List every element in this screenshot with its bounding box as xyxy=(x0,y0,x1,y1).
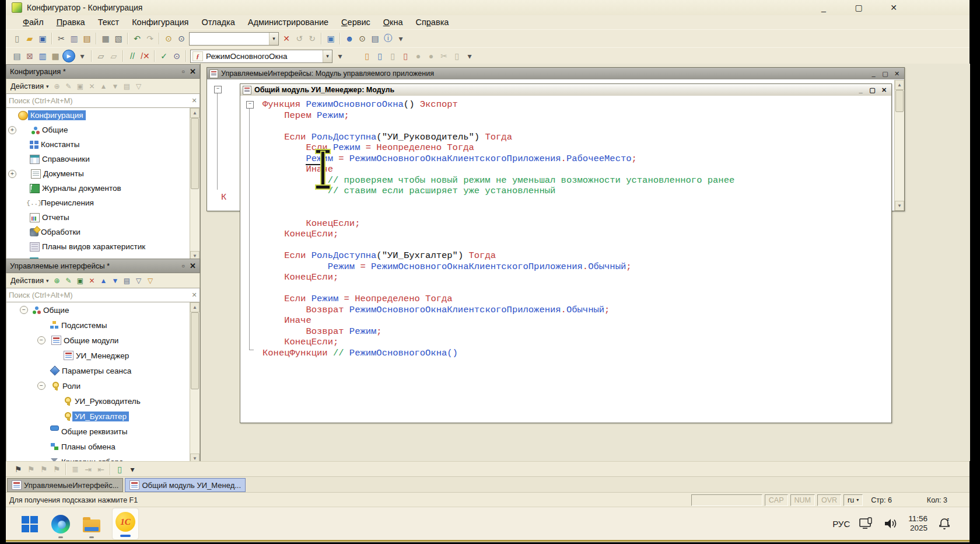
clear-search-icon[interactable]: ✕ xyxy=(189,291,200,299)
managed-panel-header[interactable]: Управляемые интерфейсы * ○ ✕ xyxy=(6,259,200,273)
scroll-up-icon[interactable]: ▲ xyxy=(895,80,904,90)
edge-browser-button[interactable] xyxy=(51,514,71,534)
syntax-check-icon[interactable]: ✓ xyxy=(158,50,170,62)
expand-icon[interactable]: + xyxy=(8,170,16,178)
about-icon[interactable]: ⓘ xyxy=(382,32,394,45)
move-up-icon[interactable]: ▲ xyxy=(98,275,110,287)
delete-icon[interactable]: ✕ xyxy=(86,275,98,287)
goto-line-icon[interactable]: ⊙ xyxy=(170,50,183,62)
collapse-icon[interactable]: − xyxy=(20,306,28,314)
search-combobox[interactable]: ▾ xyxy=(189,32,279,46)
toolbar2-overflow-icon[interactable]: ▾ xyxy=(463,50,476,62)
clear-search-icon[interactable]: ✕ xyxy=(189,97,200,104)
close-icon[interactable]: ✕ xyxy=(892,69,902,78)
edit-icon[interactable]: ✎ xyxy=(63,275,75,287)
close-panel-icon[interactable]: ✕ xyxy=(190,261,196,270)
file-explorer-button[interactable] xyxy=(82,514,102,534)
notification-bell-icon[interactable]: z xyxy=(937,517,952,531)
scrollbar-thumb[interactable] xyxy=(895,90,904,112)
tree-item-configuration-root[interactable]: Конфигурация xyxy=(6,108,200,123)
menu-item-file[interactable]: Файл xyxy=(16,16,50,28)
menu-item-administration[interactable]: Администрирование xyxy=(242,16,335,28)
close-icon[interactable]: ✕ xyxy=(879,86,889,95)
tree-item-common-modules[interactable]: −Общие модули xyxy=(6,333,200,348)
clear-filter-icon[interactable]: ▽ xyxy=(145,275,156,287)
new-document-icon[interactable]: ▯ xyxy=(10,32,23,45)
tree-item-reports[interactable]: Отчеты xyxy=(6,210,200,225)
tree-item-common-attributes[interactable]: Общие реквизиты xyxy=(6,424,200,439)
tree-item-common[interactable]: −Общие xyxy=(6,302,200,318)
menu-item-debug[interactable]: Отладка xyxy=(195,16,241,28)
keyboard-language-selector[interactable]: ru ▾ xyxy=(844,494,863,506)
collapse-icon[interactable]: − xyxy=(37,382,46,390)
tree-item-document-journals[interactable]: Журналы документов xyxy=(6,181,200,196)
find-icon[interactable]: ⊙ xyxy=(175,32,188,45)
search-input[interactable] xyxy=(6,96,189,106)
screen-cast-icon[interactable] xyxy=(859,517,874,530)
tree-item-subsystems[interactable]: Подсистемы xyxy=(6,318,200,333)
outer-window-scrollbar[interactable]: ▲ ▼ xyxy=(894,80,904,211)
start-button[interactable] xyxy=(20,514,40,534)
print-icon[interactable]: ▦ xyxy=(99,32,112,45)
scrollbar-thumb[interactable] xyxy=(191,118,199,189)
procedures-combobox[interactable]: ƒРежимОсновногоОкна▾ xyxy=(190,50,332,63)
menu-item-edit[interactable]: Правка xyxy=(50,16,92,28)
context-help-icon[interactable]: ⊙ xyxy=(356,32,369,45)
actions-menu-button[interactable]: Действия ▾ xyxy=(9,276,51,285)
tree-item-enumerations[interactable]: Перечисления xyxy=(6,196,200,210)
expand-icon[interactable]: + xyxy=(8,126,16,134)
code-editor[interactable]: − Функция РежимОсновногоОкна() Экспорт П… xyxy=(240,96,891,423)
onec-app-button[interactable]: 1С xyxy=(113,508,138,539)
window-tab-2[interactable]: Общий модуль УИ_Менед... xyxy=(125,478,246,492)
clear-search-icon[interactable]: ✕ xyxy=(280,32,293,45)
sort-icon[interactable]: ▤ xyxy=(121,275,133,287)
sync-window-icon[interactable]: ▯ xyxy=(113,463,126,476)
scrollbar-thumb[interactable] xyxy=(191,312,199,389)
compare-configuration-icon[interactable]: ▦ xyxy=(49,50,62,62)
scroll-up-icon[interactable]: ▲ xyxy=(190,108,200,118)
tree-item-constants[interactable]: Константы xyxy=(6,137,200,152)
taskbar-clock[interactable]: 11:56 2025 xyxy=(908,514,928,533)
managed-app-module-titlebar[interactable]: УправляемыеИнтерфейсы: Модуль управляемо… xyxy=(207,68,904,79)
fold-collapse-icon[interactable]: − xyxy=(214,86,222,93)
paste-icon[interactable]: ▤ xyxy=(80,32,93,45)
tree-item-documents[interactable]: +Документы xyxy=(6,166,200,181)
common-module-titlebar[interactable]: Общий модуль УИ_Менеджер: Модуль _ ▢ ✕ xyxy=(240,84,891,96)
tree-item-exchange-plans[interactable]: Планы обмена xyxy=(6,439,200,454)
collapse-icon[interactable]: − xyxy=(37,336,46,344)
close-icon[interactable]: ✕ xyxy=(876,0,911,15)
scroll-up-icon[interactable]: ▲ xyxy=(190,302,200,312)
close-panel-icon[interactable]: ✕ xyxy=(190,67,196,76)
menu-item-configuration[interactable]: Конфигурация xyxy=(125,16,195,28)
global-search-icon[interactable]: ⊙ xyxy=(162,32,175,45)
clone-icon[interactable]: ▣ xyxy=(75,275,86,287)
menu-item-text[interactable]: Текст xyxy=(92,16,126,28)
database-configuration-icon[interactable]: ▥ xyxy=(36,50,49,62)
pin-icon[interactable]: ○ xyxy=(181,68,185,75)
managed-tree-scrollbar[interactable]: ▲ ▼ xyxy=(190,302,200,463)
tree-item-charts-of-characteristic-types[interactable]: Планы видов характеристик xyxy=(6,239,200,254)
open-document-icon[interactable]: ▰ xyxy=(23,32,36,45)
code-text[interactable]: Функция РежимОсновногоОкна() Экспорт Пер… xyxy=(262,99,891,358)
taskbar-language-indicator[interactable]: РУС xyxy=(832,519,850,529)
tree-item-ui-manager[interactable]: УИ_Менеджер xyxy=(6,348,200,363)
add-icon[interactable]: ⊕ xyxy=(51,275,63,287)
menu-item-help[interactable]: Справка xyxy=(409,16,455,28)
menu-item-windows[interactable]: Окна xyxy=(377,16,410,28)
minimize-icon[interactable]: _ xyxy=(869,69,878,78)
tree-item-catalogs[interactable]: Справочники xyxy=(6,152,200,166)
uncomment-icon[interactable]: /✕ xyxy=(139,50,152,62)
combo-dropdown-icon[interactable]: ▾ xyxy=(269,33,278,45)
filter-icon[interactable]: ▽ xyxy=(133,275,145,287)
tree-item-ui-rukovoditel[interactable]: УИ_Руководитель xyxy=(6,393,200,409)
tree-item-data-processors[interactable]: Обработки xyxy=(6,225,200,239)
check-document-icon[interactable]: ▱ xyxy=(94,50,107,62)
cut-icon[interactable]: ✂ xyxy=(55,32,68,45)
menu-item-tools[interactable]: Сервис xyxy=(335,16,377,28)
maximize-icon[interactable]: ▢ xyxy=(867,86,877,95)
pin-icon[interactable]: ○ xyxy=(181,263,185,269)
window-tab-1[interactable]: УправляемыеИнтерфейс... xyxy=(7,478,123,492)
move-down-icon[interactable]: ▼ xyxy=(110,275,121,287)
toolbar-overflow-icon[interactable]: ▾ xyxy=(394,32,407,45)
minimize-icon[interactable]: _ xyxy=(806,0,841,15)
